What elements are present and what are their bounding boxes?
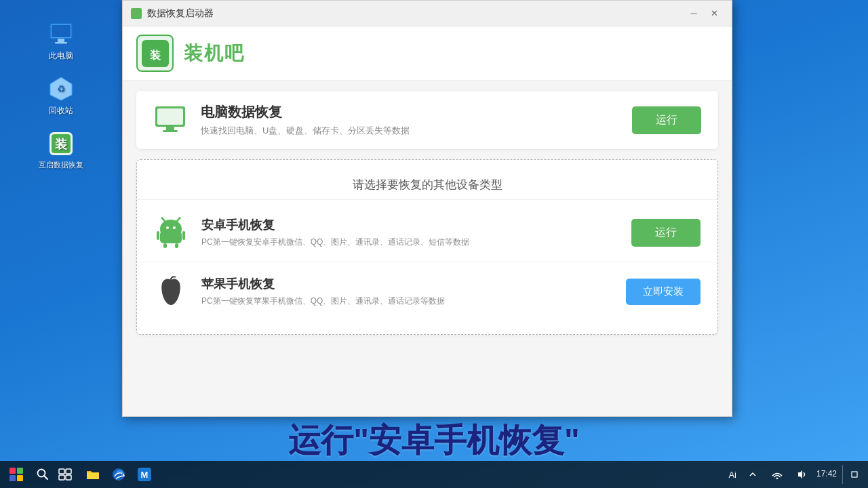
app-logo-inner: 装 (142, 40, 169, 67)
svg-rect-12 (157, 108, 183, 125)
pc-recovery-desc: 快速找回电脑、U盘、硬盘、储存卡、分区丢失等数据 (201, 125, 618, 137)
svg-point-38 (113, 468, 125, 481)
apple-icon (154, 274, 188, 308)
pc-run-button[interactable]: 运行 (632, 106, 701, 134)
pc-recovery-title: 电脑数据恢复 (201, 103, 618, 121)
title-bar-icon (131, 8, 142, 19)
svg-text:装: 装 (55, 138, 68, 151)
svg-rect-34 (66, 469, 71, 474)
svg-rect-23 (157, 231, 159, 240)
svg-rect-2 (55, 42, 67, 44)
other-devices-section: 请选择要恢复的其他设备类型 (136, 159, 718, 335)
android-icon (154, 216, 188, 249)
taskbar: M Ai 17:42 (0, 461, 868, 488)
pc-recovery-card: 电脑数据恢复 快速找回电脑、U盘、硬盘、储存卡、分区丢失等数据 运行 (136, 91, 718, 149)
svg-rect-33 (59, 469, 64, 474)
taskbar-edge[interactable] (106, 462, 131, 487)
app-window: 数据恢复启动器 ─ ✕ 装 装机吧 (122, 0, 732, 417)
start-button[interactable] (0, 461, 33, 488)
minimize-button[interactable]: ─ (684, 5, 703, 22)
taskbar-explorer[interactable] (81, 462, 105, 487)
volume-icon[interactable] (792, 465, 811, 484)
svg-rect-28 (17, 468, 23, 474)
svg-rect-24 (182, 231, 185, 240)
svg-rect-22 (160, 231, 182, 243)
desktop-icons: 此电脑 ♻ 回收站 装 互启数据恢复 (0, 0, 122, 474)
window-title: 数据恢复启动器 (147, 7, 679, 20)
title-bar: 数据恢复启动器 ─ ✕ (123, 1, 732, 26)
pc-info: 电脑数据恢复 快速找回电脑、U盘、硬盘、储存卡、分区丢失等数据 (201, 103, 618, 137)
svg-rect-27 (9, 468, 16, 474)
svg-text:装: 装 (150, 49, 161, 61)
svg-point-21 (173, 226, 176, 229)
svg-rect-42 (852, 472, 857, 477)
svg-rect-13 (166, 127, 174, 130)
ai-label[interactable]: Ai (728, 470, 736, 480)
taskbar-search-button[interactable] (33, 461, 53, 488)
svg-rect-35 (59, 475, 64, 480)
pc-icon (153, 103, 187, 137)
taskbar-store[interactable]: M (132, 462, 157, 487)
android-info: 安卓手机恢复 PC第一键恢复安卓手机微信、QQ、图片、通讯录、通话记录、短信等数… (201, 217, 618, 248)
svg-point-19 (179, 217, 181, 219)
apple-recovery-card: 苹果手机恢复 PC第一键恢复苹果手机微信、QQ、图片、通讯录、通话记录等数据 立… (137, 262, 717, 321)
apple-install-button[interactable]: 立即安装 (626, 279, 701, 305)
apple-info: 苹果手机恢复 PC第一键恢复苹果手机微信、QQ、图片、通讯录、通话记录等数据 (201, 276, 612, 307)
svg-text:♻: ♻ (57, 83, 66, 94)
svg-rect-3 (52, 25, 71, 37)
apple-recovery-title: 苹果手机恢复 (201, 276, 612, 292)
app-logo: 装 (136, 35, 174, 72)
svg-rect-1 (58, 39, 64, 42)
svg-rect-36 (66, 475, 71, 480)
app-header: 装 装机吧 (123, 26, 732, 81)
svg-line-32 (44, 476, 47, 479)
svg-rect-26 (175, 243, 178, 248)
show-desktop-button[interactable] (842, 465, 861, 484)
svg-rect-29 (9, 475, 16, 481)
bottom-annotation-text: 运行"安卓手机恢复" (0, 419, 868, 462)
svg-rect-14 (163, 130, 178, 132)
android-recovery-desc: PC第一键恢复安卓手机微信、QQ、图片、通讯录、通话记录、短信等数据 (201, 237, 618, 248)
svg-point-17 (161, 217, 163, 219)
svg-rect-30 (17, 475, 23, 481)
svg-point-20 (166, 226, 169, 229)
android-run-button[interactable]: 运行 (631, 219, 701, 247)
taskbar-apps: M (77, 462, 160, 487)
svg-rect-37 (87, 472, 99, 479)
section-title: 请选择要恢复的其他设备类型 (137, 167, 717, 200)
network-icon[interactable] (768, 465, 787, 484)
taskbar-clock[interactable]: 17:42 (816, 469, 837, 480)
desktop-icon-recovery[interactable]: 装 互启数据恢复 (34, 130, 88, 170)
title-bar-controls: ─ ✕ (684, 5, 724, 22)
taskview-button[interactable] (53, 462, 77, 487)
svg-rect-25 (163, 243, 167, 248)
apple-recovery-desc: PC第一键恢复苹果手机微信、QQ、图片、通讯录、通话记录等数据 (201, 296, 612, 307)
android-recovery-title: 安卓手机恢复 (201, 217, 618, 233)
tray-expand-button[interactable] (743, 465, 762, 484)
svg-text:M: M (141, 470, 149, 480)
svg-point-41 (776, 478, 778, 480)
app-content: 电脑数据恢复 快速找回电脑、U盘、硬盘、储存卡、分区丢失等数据 运行 请选择要恢… (123, 81, 732, 345)
close-button[interactable]: ✕ (705, 5, 724, 22)
desktop-icon-recycle[interactable]: ♻ 回收站 (34, 75, 88, 117)
desktop-icon-computer[interactable]: 此电脑 (34, 20, 88, 62)
android-recovery-card: 安卓手机恢复 PC第一键恢复安卓手机微信、QQ、图片、通讯录、通话记录、短信等数… (137, 203, 717, 262)
taskbar-system-tray: Ai 17:42 (728, 465, 868, 484)
app-title: 装机吧 (184, 41, 245, 66)
